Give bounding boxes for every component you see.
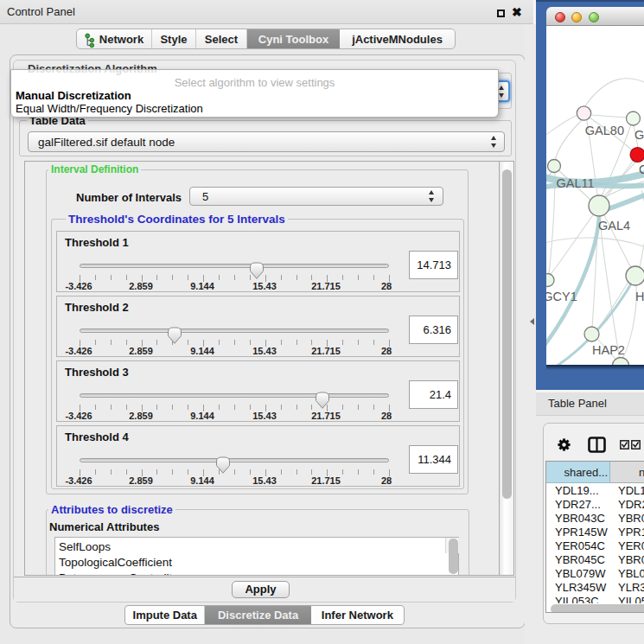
svg-text:GAL80: GAL80 bbox=[585, 124, 624, 137]
svg-text:GAL11: GAL11 bbox=[556, 176, 594, 190]
svg-text:CD: CD bbox=[639, 163, 644, 176]
svg-text:HI: HI bbox=[635, 290, 644, 303]
svg-text:HAP2: HAP2 bbox=[592, 343, 625, 357]
svg-text:GA: GA bbox=[634, 128, 644, 142]
svg-text:GAL4: GAL4 bbox=[598, 219, 630, 233]
svg-text:GCY1: GCY1 bbox=[546, 290, 577, 303]
